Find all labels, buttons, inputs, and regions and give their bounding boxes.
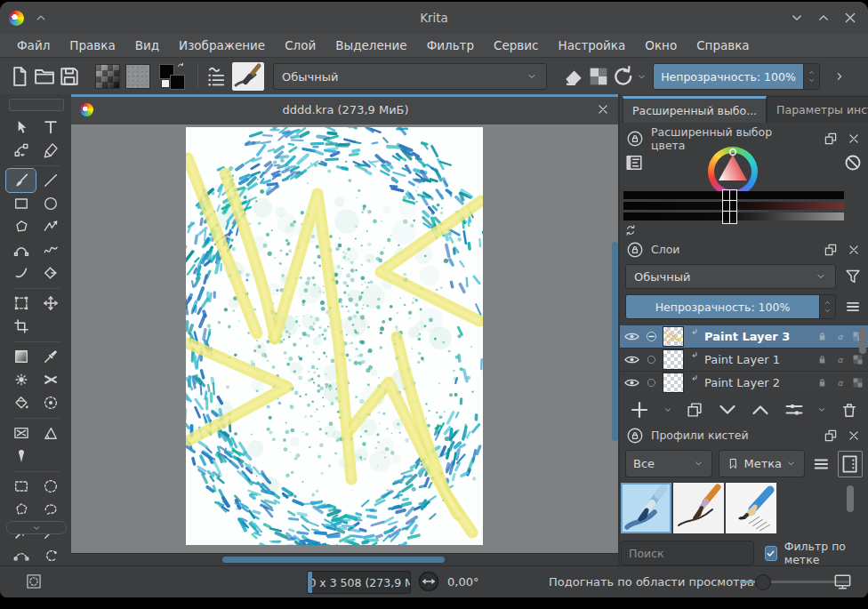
layers-menu-icon[interactable] [843, 299, 863, 315]
display-mode-button[interactable] [838, 451, 863, 477]
default-colors[interactable] [161, 79, 170, 88]
layer-thumbnail[interactable] [663, 373, 684, 393]
menu-9[interactable]: Настройка [549, 34, 636, 57]
tool-multibrush[interactable] [36, 261, 65, 284]
layer-lock-icon[interactable] [816, 330, 829, 343]
tool-measure[interactable] [36, 421, 65, 445]
vertical-scrollbar-thumb[interactable] [612, 242, 618, 441]
presets-scrollbar[interactable] [847, 485, 854, 512]
layer-lock-icon[interactable] [816, 376, 829, 389]
eraser-mode-button[interactable] [561, 64, 586, 89]
no-color-icon[interactable] [843, 153, 863, 172]
swap-colors-icon[interactable] [176, 62, 187, 73]
tool-color-picker[interactable] [36, 345, 65, 368]
tool-edit-shapes[interactable] [6, 139, 36, 162]
tool-magnetic-select[interactable] [36, 544, 65, 566]
layer-visibility-icon[interactable] [623, 351, 640, 368]
layer-row[interactable]: Paint Layer 2α [620, 372, 868, 394]
open-document-button[interactable] [32, 64, 57, 89]
zoom-to-screen-icon[interactable] [832, 572, 853, 592]
tool-fill[interactable] [6, 391, 36, 414]
tool-text[interactable] [36, 116, 65, 139]
toolbar-overflow-button[interactable] [832, 69, 847, 84]
canvas-viewport[interactable] [71, 124, 620, 554]
layer-opacity-slider[interactable]: Непрозрачность: 100% [625, 294, 836, 319]
lock-docker-icon[interactable] [626, 241, 644, 259]
menu-5[interactable]: Слой [275, 34, 326, 57]
update-color-icon[interactable] [623, 223, 638, 237]
docker-tab[interactable]: Параметры инстр... [767, 96, 868, 123]
color-slider[interactable] [623, 212, 844, 220]
brush-settings-button[interactable] [204, 64, 229, 89]
tool-crop[interactable] [6, 315, 36, 338]
tool-transform[interactable] [6, 292, 36, 315]
tool-line[interactable] [36, 169, 65, 192]
toolbox-drag-handle[interactable] [9, 99, 64, 111]
color-slider[interactable] [623, 202, 844, 210]
layer-list-scrollbar[interactable] [859, 327, 866, 354]
docker-tab[interactable]: Расширенный выбо... [623, 96, 767, 123]
reload-options-icon[interactable] [636, 71, 647, 83]
add-layer-button[interactable] [629, 399, 650, 421]
color-history-icon[interactable] [624, 153, 644, 172]
close-docker-icon[interactable] [846, 428, 862, 444]
menu-3[interactable]: Вид [125, 34, 169, 57]
tag-combobox[interactable]: Метка [719, 450, 805, 477]
fit-view-label[interactable]: Подогнать по области просмотра [549, 575, 754, 589]
opacity-slider[interactable]: Непрозрачность: 100% [653, 63, 820, 90]
blending-mode-combobox[interactable]: Обычный [273, 63, 547, 90]
tool-polyline[interactable] [36, 215, 65, 238]
menu-11[interactable]: Справка [687, 34, 759, 57]
preset-basic-blue[interactable] [621, 483, 671, 533]
lock-docker-icon[interactable] [626, 130, 644, 148]
tool-calligraphy[interactable] [36, 139, 65, 162]
maximize-button[interactable] [815, 9, 832, 27]
preserve-alpha-button[interactable] [586, 64, 611, 89]
tool-freehand-select[interactable] [36, 498, 65, 521]
canvas-rotation-widget[interactable] [418, 571, 439, 592]
preset-pencil[interactable] [726, 483, 776, 533]
layer-properties-button[interactable] [784, 399, 805, 421]
close-window-button[interactable] [841, 9, 859, 27]
pattern-swatch-button[interactable] [125, 64, 150, 89]
float-docker-icon[interactable] [823, 131, 839, 147]
preset-ink-brush[interactable] [673, 483, 724, 533]
properties-options-button[interactable] [816, 405, 827, 415]
layer-lock-icon[interactable] [816, 353, 829, 366]
document-titlebar[interactable]: dddd.kra (273,9 МиБ) [71, 97, 620, 122]
menu-7[interactable]: Фильтр [417, 34, 484, 57]
canvas-size-indicator[interactable]: 2 480 x 3 508 (273,9 МиБ) [307, 571, 411, 594]
float-docker-icon[interactable] [823, 428, 839, 444]
preset-filter-combobox[interactable]: Все [625, 450, 712, 477]
layer-thumbnail[interactable] [663, 349, 684, 370]
close-docker-icon[interactable] [846, 131, 862, 147]
tool-polygon[interactable] [6, 215, 36, 238]
horizontal-scrollbar[interactable] [71, 553, 620, 566]
menu-4[interactable]: Изображение [169, 34, 275, 57]
add-layer-options-button[interactable] [663, 405, 673, 415]
menu-8[interactable]: Сервис [484, 34, 548, 57]
layer-inactive-icon[interactable] [645, 376, 658, 389]
background-color[interactable] [170, 75, 185, 90]
close-document-button[interactable] [595, 101, 611, 117]
tool-colorize-mask[interactable] [36, 368, 65, 391]
menu-1[interactable]: Файл [7, 34, 60, 57]
layer-alpha-icon[interactable]: α [833, 376, 847, 389]
layer-inherit-alpha-icon[interactable] [851, 376, 864, 389]
color-component-sliders[interactable] [623, 191, 844, 223]
layer-row[interactable]: Paint Layer 1α [620, 349, 868, 371]
layer-filter-icon[interactable] [843, 267, 863, 286]
menu-2[interactable]: Правка [60, 34, 125, 57]
layer-active-icon[interactable] [645, 330, 658, 343]
layer-inactive-icon[interactable] [645, 353, 658, 366]
float-docker-icon[interactable] [823, 242, 839, 258]
current-brush-preset-button[interactable] [232, 62, 264, 91]
layer-blending-mode-combobox[interactable]: Обычный [625, 264, 836, 289]
reload-preset-button[interactable] [611, 64, 636, 89]
layer-inherit-alpha-icon[interactable] [851, 353, 864, 366]
foreground-background-colors[interactable] [158, 62, 187, 91]
layer-thumbnail[interactable] [663, 326, 684, 347]
menu-6[interactable]: Выделение [326, 34, 416, 57]
tool-polygon-select[interactable] [6, 498, 36, 521]
tool-reference-images[interactable] [6, 421, 36, 445]
